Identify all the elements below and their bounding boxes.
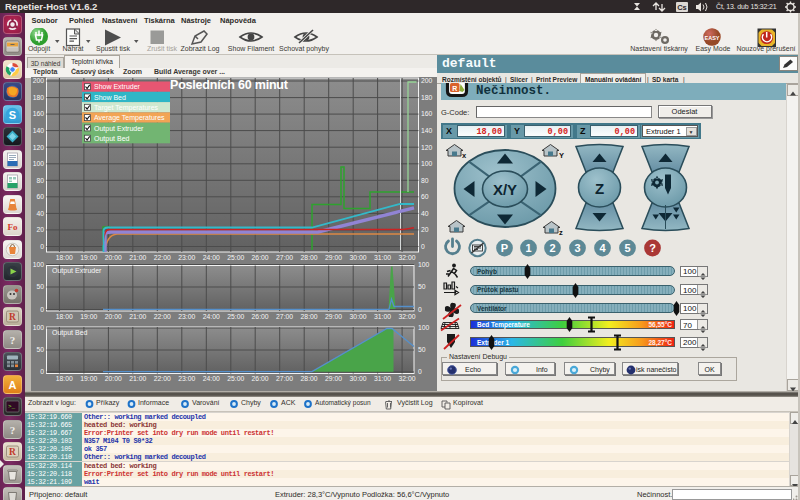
svg-text:18:00: 18:00 [56,254,73,261]
svg-text:20:00: 20:00 [105,375,122,382]
svg-text:28:00: 28:00 [301,313,318,320]
svg-text:0: 0 [40,368,44,375]
svg-text:25:00: 25:00 [227,313,244,320]
svg-text:?: ? [10,424,16,436]
svg-text:0: 0 [40,243,44,250]
svg-text:Z: Z [595,180,604,197]
svg-text:180: 180 [421,94,433,101]
svg-text:25:00: 25:00 [227,375,244,382]
svg-text:120: 120 [421,144,433,151]
svg-text:Posledních 60 minut: Posledních 60 minut [170,78,289,92]
svg-text:200: 200 [421,77,433,84]
svg-text:Output Extruder: Output Extruder [94,125,144,133]
svg-text:20:00: 20:00 [105,313,122,320]
svg-text:EASY: EASY [705,35,720,41]
svg-text:Output Bed: Output Bed [94,135,130,143]
svg-text:Show Extruder: Show Extruder [94,83,141,90]
svg-text:29:00: 29:00 [325,254,342,261]
svg-text:Y: Y [559,151,564,160]
svg-text:100: 100 [33,324,45,331]
svg-text:Cs: Cs [677,3,687,12]
svg-text:40: 40 [421,210,429,217]
svg-text:19:00: 19:00 [80,254,97,261]
svg-text:4: 4 [599,242,606,254]
svg-text:19:00: 19:00 [80,313,97,320]
svg-text:31:00: 31:00 [374,254,391,261]
svg-text:21:00: 21:00 [129,313,146,320]
svg-text:?: ? [649,242,656,254]
svg-text:0: 0 [418,368,422,375]
svg-text:z: z [559,228,563,237]
svg-text:100: 100 [33,261,45,268]
svg-text:200: 200 [33,77,45,84]
svg-text:22:00: 22:00 [154,313,171,320]
svg-text:0: 0 [421,243,425,250]
svg-text:23:00: 23:00 [178,313,195,320]
svg-text:140: 140 [421,127,433,134]
svg-text:23:00: 23:00 [178,375,195,382]
svg-text:100: 100 [418,324,430,331]
svg-text:26:00: 26:00 [252,313,269,320]
svg-text:1: 1 [525,242,531,254]
svg-text:0: 0 [418,306,422,313]
svg-text:28:00: 28:00 [301,375,318,382]
svg-text:Fo: Fo [8,222,18,232]
svg-text:29:00: 29:00 [325,375,342,382]
svg-text:30:00: 30:00 [350,254,367,261]
svg-text:23:00: 23:00 [178,254,195,261]
svg-text:32:00: 32:00 [398,375,415,382]
svg-text:32:00: 32:00 [398,313,415,320]
svg-text:Target Temperatures: Target Temperatures [94,104,159,112]
svg-text:100: 100 [418,261,430,268]
svg-text:R: R [9,312,16,322]
svg-text:60: 60 [421,193,429,200]
svg-text:x: x [462,151,467,160]
svg-text:20: 20 [421,226,429,233]
svg-text:80: 80 [421,177,429,184]
svg-text:18:00: 18:00 [56,313,73,320]
svg-text:31:00: 31:00 [374,375,391,382]
svg-text:?: ? [10,334,16,346]
svg-text:21:00: 21:00 [129,254,146,261]
svg-text:20:00: 20:00 [105,254,122,261]
svg-text:100: 100 [421,160,433,167]
svg-text:28:00: 28:00 [301,254,318,261]
svg-text:160: 160 [33,110,45,117]
svg-text:27:00: 27:00 [276,254,293,261]
svg-text:P: P [501,242,508,254]
svg-text:26:00: 26:00 [252,254,269,261]
svg-text:Output Bed: Output Bed [52,329,88,337]
svg-text:40: 40 [36,210,44,217]
svg-text:21:00: 21:00 [129,375,146,382]
svg-text:R: R [452,85,457,92]
svg-text:27:00: 27:00 [276,375,293,382]
svg-text:22:00: 22:00 [154,375,171,382]
svg-text:2: 2 [549,242,555,254]
svg-text:5: 5 [624,242,630,254]
svg-text:24:00: 24:00 [203,254,220,261]
svg-text:20: 20 [36,226,44,233]
svg-text:30:00: 30:00 [350,375,367,382]
svg-text:180: 180 [33,94,45,101]
svg-text:19:00: 19:00 [80,375,97,382]
svg-text:R: R [9,447,16,457]
svg-text:31:00: 31:00 [374,313,391,320]
svg-text:26:00: 26:00 [252,375,269,382]
svg-text:22:00: 22:00 [154,254,171,261]
svg-text:30:00: 30:00 [350,313,367,320]
svg-text:18:00: 18:00 [56,375,73,382]
svg-text:50: 50 [36,346,44,353]
svg-text:S: S [9,109,16,121]
svg-text:50: 50 [36,283,44,290]
svg-text:25:00: 25:00 [227,254,244,261]
svg-text:50: 50 [418,346,426,353]
svg-text:3: 3 [574,242,580,254]
svg-text:80: 80 [36,177,44,184]
svg-text:50: 50 [418,283,426,290]
svg-text:X/Y: X/Y [493,181,517,198]
svg-text:140: 140 [33,127,45,134]
svg-text:24:00: 24:00 [203,313,220,320]
svg-text:A: A [9,379,17,391]
svg-text:Average Temperatures: Average Temperatures [94,114,165,122]
svg-text:32:00: 32:00 [398,254,415,261]
